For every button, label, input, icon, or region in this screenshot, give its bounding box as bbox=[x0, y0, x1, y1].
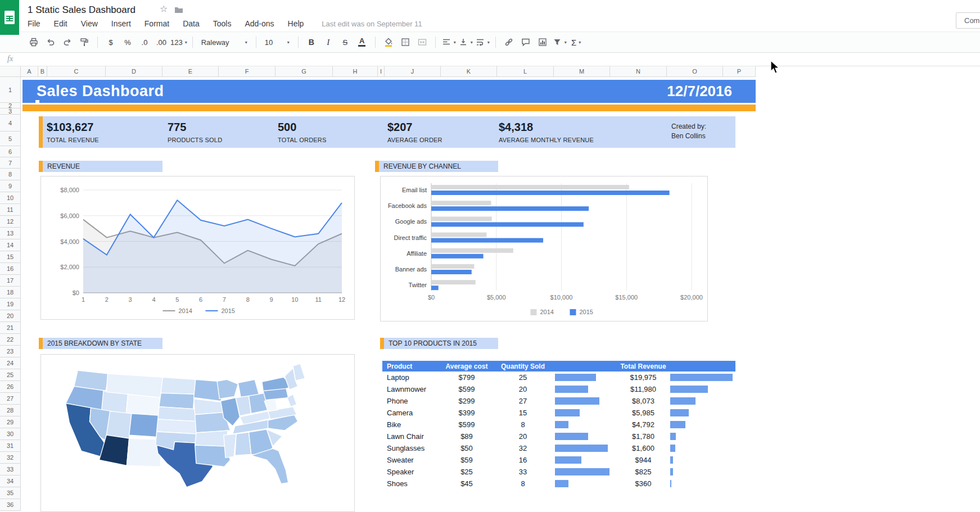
folder-icon[interactable] bbox=[174, 6, 183, 16]
number-format-menu[interactable]: 123 bbox=[170, 34, 187, 50]
paint-format-icon[interactable] bbox=[76, 34, 92, 50]
menu-tools[interactable]: Tools bbox=[213, 19, 232, 28]
decrease-decimals-button[interactable]: .0 bbox=[137, 34, 152, 50]
row-header-8[interactable]: 8 bbox=[0, 169, 21, 180]
row-header-14[interactable]: 14 bbox=[0, 239, 21, 251]
column-header-P[interactable]: P bbox=[723, 66, 756, 77]
column-header-B[interactable]: B bbox=[38, 66, 47, 77]
row-header-32[interactable]: 32 bbox=[0, 452, 21, 464]
menu-file[interactable]: File bbox=[28, 19, 40, 28]
menu-format[interactable]: Format bbox=[144, 19, 169, 28]
row-header-29[interactable]: 29 bbox=[0, 416, 21, 428]
strikethrough-button[interactable]: S bbox=[337, 34, 353, 50]
bold-button[interactable]: B bbox=[304, 34, 319, 50]
revenue-by-channel-chart[interactable]: $0$5,000$10,000$15,000$20,000Email listF… bbox=[380, 176, 708, 321]
font-family-select[interactable]: Raleway bbox=[198, 34, 251, 50]
menu-view[interactable]: View bbox=[81, 19, 98, 28]
row-header-12[interactable]: 12 bbox=[0, 216, 21, 228]
column-header-H[interactable]: H bbox=[333, 66, 378, 77]
fill-color-button[interactable] bbox=[381, 34, 396, 50]
menu-help[interactable]: Help bbox=[288, 19, 304, 28]
row-header-5[interactable]: 5 bbox=[0, 132, 21, 146]
column-header-M[interactable]: M bbox=[554, 66, 610, 77]
insert-comment-icon[interactable] bbox=[518, 34, 534, 50]
column-header-N[interactable]: N bbox=[610, 66, 667, 77]
row-header-31[interactable]: 31 bbox=[0, 440, 21, 452]
row-header-17[interactable]: 17 bbox=[0, 275, 21, 287]
vertical-align-menu[interactable] bbox=[458, 34, 473, 50]
text-wrap-menu[interactable] bbox=[475, 34, 490, 50]
row-header-23[interactable]: 23 bbox=[0, 346, 21, 357]
select-all-corner[interactable] bbox=[0, 66, 21, 77]
column-header-F[interactable]: F bbox=[219, 66, 276, 77]
redo-icon[interactable] bbox=[60, 34, 75, 50]
column-header-G[interactable]: G bbox=[276, 66, 333, 77]
row-header-20[interactable]: 20 bbox=[0, 310, 21, 322]
row-header-4[interactable]: 4 bbox=[0, 115, 21, 132]
row-header-19[interactable]: 19 bbox=[0, 298, 21, 310]
state-breakdown-map[interactable] bbox=[40, 354, 355, 512]
menu-edit[interactable]: Edit bbox=[54, 19, 67, 28]
row-header-30[interactable]: 30 bbox=[0, 428, 21, 440]
formula-bar[interactable]: fx bbox=[0, 53, 980, 66]
last-edit-status[interactable]: Last edit was on September 11 bbox=[322, 20, 422, 28]
row-header-28[interactable]: 28 bbox=[0, 405, 21, 416]
row-header-27[interactable]: 27 bbox=[0, 393, 21, 405]
row-header-22[interactable]: 22 bbox=[0, 334, 21, 346]
row-header-33[interactable]: 33 bbox=[0, 464, 21, 475]
menu-insert[interactable]: Insert bbox=[111, 19, 131, 28]
row-header-3[interactable]: 3 bbox=[0, 108, 21, 115]
star-icon[interactable]: ☆ bbox=[160, 3, 168, 14]
borders-button[interactable] bbox=[398, 34, 413, 50]
merge-cells-button[interactable] bbox=[414, 34, 430, 50]
column-header-C[interactable]: C bbox=[47, 66, 106, 77]
filter-icon[interactable] bbox=[552, 34, 567, 50]
column-header-I[interactable]: I bbox=[378, 66, 385, 77]
row-header-34[interactable]: 34 bbox=[0, 475, 21, 487]
row-header-21[interactable]: 21 bbox=[0, 322, 21, 334]
menu-addons[interactable]: Add-ons bbox=[245, 19, 274, 28]
revenue-data-bar bbox=[670, 397, 696, 405]
revenue-line-chart[interactable]: $0$2,000$4,000$6,000$8,00012345678910111… bbox=[40, 176, 355, 320]
row-header-7[interactable]: 7 bbox=[0, 157, 21, 169]
undo-icon[interactable] bbox=[43, 34, 58, 50]
print-icon[interactable] bbox=[26, 34, 42, 50]
row-header-13[interactable]: 13 bbox=[0, 228, 21, 239]
row-header-25[interactable]: 25 bbox=[0, 369, 21, 381]
column-header-J[interactable]: J bbox=[385, 66, 441, 77]
row-header-11[interactable]: 11 bbox=[0, 204, 21, 216]
document-title[interactable]: 1 Static Sales Dashboard bbox=[28, 4, 136, 16]
row-header-24[interactable]: 24 bbox=[0, 357, 21, 369]
row-header-15[interactable]: 15 bbox=[0, 251, 21, 263]
column-header-E[interactable]: E bbox=[162, 66, 219, 77]
comments-button[interactable]: Com bbox=[956, 12, 980, 29]
column-header-A[interactable]: A bbox=[21, 66, 38, 77]
insert-chart-icon[interactable] bbox=[535, 34, 550, 50]
row-header-16[interactable]: 16 bbox=[0, 263, 21, 275]
row-header-9[interactable]: 9 bbox=[0, 180, 21, 192]
row-header-26[interactable]: 26 bbox=[0, 381, 21, 393]
insert-link-icon[interactable] bbox=[501, 34, 517, 50]
column-header-O[interactable]: O bbox=[667, 66, 723, 77]
sheets-logo[interactable] bbox=[0, 0, 19, 35]
row-header-1[interactable]: 1 bbox=[0, 77, 21, 103]
row-header-35[interactable]: 35 bbox=[0, 487, 21, 499]
svg-text:Email list: Email list bbox=[402, 187, 427, 193]
italic-button[interactable]: I bbox=[320, 34, 336, 50]
increase-decimals-button[interactable]: .00 bbox=[153, 34, 169, 50]
percent-format-button[interactable]: % bbox=[120, 34, 136, 50]
row-header-6[interactable]: 6 bbox=[0, 146, 21, 157]
spreadsheet-grid[interactable]: Sales Dashboard 12/7/2016 Created by: Be… bbox=[21, 77, 756, 512]
column-header-K[interactable]: K bbox=[441, 66, 497, 77]
functions-button[interactable]: Σ bbox=[568, 34, 584, 50]
currency-format-button[interactable]: $ bbox=[103, 34, 119, 50]
horizontal-align-menu[interactable] bbox=[441, 34, 457, 50]
row-header-18[interactable]: 18 bbox=[0, 287, 21, 298]
column-header-D[interactable]: D bbox=[106, 66, 162, 77]
text-color-button[interactable]: A bbox=[354, 34, 370, 50]
row-header-36[interactable]: 36 bbox=[0, 499, 21, 511]
row-header-10[interactable]: 10 bbox=[0, 192, 21, 204]
column-header-L[interactable]: L bbox=[497, 66, 554, 77]
menu-data[interactable]: Data bbox=[183, 19, 200, 28]
font-size-select[interactable]: 10 bbox=[261, 34, 293, 50]
